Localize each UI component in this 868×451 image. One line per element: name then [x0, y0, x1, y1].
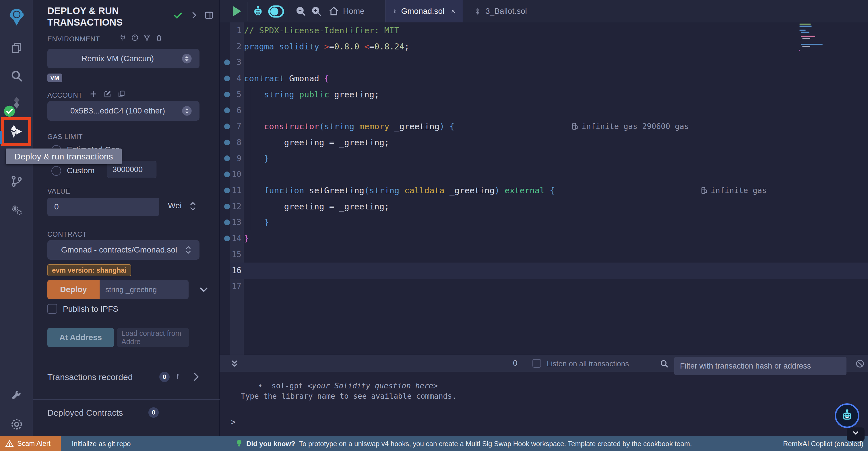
line-number[interactable]: 17: [220, 278, 241, 294]
deploy-param-input[interactable]: [100, 280, 189, 299]
zoom-out-icon[interactable]: [295, 5, 307, 17]
edit-account-icon[interactable]: [103, 90, 112, 98]
remix-ai-button[interactable]: [835, 403, 859, 428]
copy-account-icon[interactable]: [117, 90, 126, 98]
line-number[interactable]: 9: [220, 150, 241, 167]
minimap[interactable]: [799, 24, 842, 64]
line-number[interactable]: 15: [220, 247, 241, 262]
custom-gas-radio[interactable]: [51, 166, 61, 176]
terminal-collapse-icon[interactable]: [229, 359, 240, 369]
settings-icon[interactable]: [0, 418, 33, 431]
code-line[interactable]: constructor(string memory _greeting) {: [244, 118, 454, 135]
did-you-know-text: To prototype on a uniswap v4 hooks, you …: [299, 440, 692, 448]
account-select[interactable]: 0x5B3...eddC4 (100 ether): [48, 101, 199, 121]
code-line[interactable]: }: [244, 214, 269, 230]
at-address-button[interactable]: At Address: [48, 328, 114, 347]
line-number[interactable]: 13: [220, 214, 241, 230]
gutter-dot[interactable]: [224, 76, 230, 81]
editor-tabbar: Home Gmonad.sol 3_Ballot.sol: [220, 0, 868, 22]
plug-icon[interactable]: [119, 34, 127, 41]
gutter-dot[interactable]: [224, 235, 230, 241]
deploy-run-icon: [8, 124, 24, 139]
tools-icon[interactable]: [0, 390, 33, 403]
at-address-input[interactable]: Load contract from Addre: [117, 328, 189, 347]
clear-terminal-icon[interactable]: [855, 359, 865, 369]
deploy-run-highlight-box[interactable]: [1, 117, 31, 146]
deployed-count-badge: 0: [148, 407, 159, 418]
code-line[interactable]: function setGreeting(string calldata _gr…: [244, 182, 555, 198]
code-line[interactable]: }: [244, 150, 269, 167]
panel-next-icon[interactable]: [190, 11, 198, 20]
search-icon[interactable]: [0, 69, 33, 83]
gutter-dot[interactable]: [224, 204, 230, 209]
code-line[interactable]: greeting = _greeting;: [244, 198, 389, 215]
line-number[interactable]: 4: [220, 71, 241, 86]
line-number[interactable]: 6: [220, 103, 241, 119]
tab-gmonad[interactable]: Gmonad.sol: [385, 0, 463, 22]
terminal-bar: 0 Listen on all transactions: [220, 355, 868, 372]
line-number[interactable]: 5: [220, 86, 241, 103]
trash-icon[interactable]: [155, 34, 163, 41]
gutter-dot[interactable]: [224, 140, 230, 145]
copilot-toggle-icon[interactable]: [268, 5, 284, 19]
activity-bar: [0, 0, 33, 436]
deploy-button[interactable]: Deploy: [48, 280, 100, 299]
git-icon[interactable]: [0, 175, 33, 188]
code-line[interactable]: // SPDX-License-Identifier: MIT: [244, 22, 399, 38]
line-number[interactable]: 8: [220, 135, 241, 150]
code-line[interactable]: contract Gmonad {: [244, 71, 329, 86]
value-input[interactable]: 0: [48, 198, 159, 216]
contract-select[interactable]: Gmonad - contracts/Gmonad.sol: [48, 240, 199, 260]
line-number[interactable]: 2: [220, 38, 241, 55]
remix-logo[interactable]: [0, 8, 33, 26]
code-line[interactable]: string public greeting;: [244, 86, 379, 103]
scam-alert[interactable]: Scam Alert: [0, 436, 61, 451]
code-line[interactable]: pragma solidity >=0.8.0 <=0.8.24;: [244, 38, 409, 55]
environment-select[interactable]: Remix VM (Cancun): [48, 49, 199, 68]
listen-all-checkbox[interactable]: [532, 359, 541, 368]
code-token: (: [364, 186, 369, 195]
code-line[interactable]: }: [244, 230, 249, 247]
line-number[interactable]: 7: [220, 118, 241, 135]
line-number[interactable]: 1: [220, 22, 241, 38]
file-explorer-icon[interactable]: [0, 41, 33, 55]
gutter-dot[interactable]: [224, 188, 230, 193]
line-number[interactable]: 16: [220, 262, 241, 279]
terminal-prompt[interactable]: >: [231, 418, 236, 426]
unit-caret-icon[interactable]: [188, 200, 198, 213]
code-token: string: [324, 121, 359, 131]
fork-icon[interactable]: [143, 34, 151, 41]
code-editor[interactable]: 1// SPDX-License-Identifier: MIT2pragma …: [220, 22, 868, 355]
code-token: }: [244, 218, 269, 227]
line-number[interactable]: 11: [220, 182, 241, 198]
transactions-expand-icon[interactable]: [191, 372, 201, 382]
panel-layout-icon[interactable]: [204, 10, 214, 20]
transactions-info-icon[interactable]: [173, 372, 182, 382]
terminal-search-icon[interactable]: [659, 359, 669, 369]
code-token: pragma solidity: [244, 41, 324, 51]
publish-ipfs-checkbox[interactable]: [48, 304, 57, 314]
tab-home[interactable]: Home: [328, 0, 365, 22]
transaction-filter-input[interactable]: [674, 357, 846, 375]
ai-collapse-notch[interactable]: [847, 427, 865, 441]
info-icon[interactable]: [131, 34, 138, 41]
close-tab-icon[interactable]: [451, 7, 456, 15]
line-number[interactable]: 12: [220, 198, 241, 215]
ai-robot-icon[interactable]: [252, 5, 265, 18]
run-script-icon[interactable]: [234, 6, 241, 16]
deploy-expand-icon[interactable]: [198, 284, 210, 295]
zoom-in-icon[interactable]: [310, 5, 322, 17]
code-line[interactable]: greeting = _greeting;: [244, 135, 389, 150]
gutter-dot[interactable]: [224, 171, 230, 177]
line-number[interactable]: 10: [220, 166, 241, 182]
line-number[interactable]: 14: [220, 230, 241, 247]
git-init-button[interactable]: Initialize as git repo: [72, 440, 131, 448]
gutter-dot[interactable]: [224, 123, 230, 129]
add-account-icon[interactable]: [89, 90, 98, 98]
tab-ballot[interactable]: 3_Ballot.sol: [467, 0, 534, 22]
value-unit-select[interactable]: Wei: [168, 201, 182, 210]
custom-gas-label: Custom: [67, 166, 94, 175]
plugins-icon[interactable]: [0, 203, 33, 217]
gutter-dot[interactable]: [224, 92, 230, 97]
line-number[interactable]: 3: [220, 54, 241, 71]
